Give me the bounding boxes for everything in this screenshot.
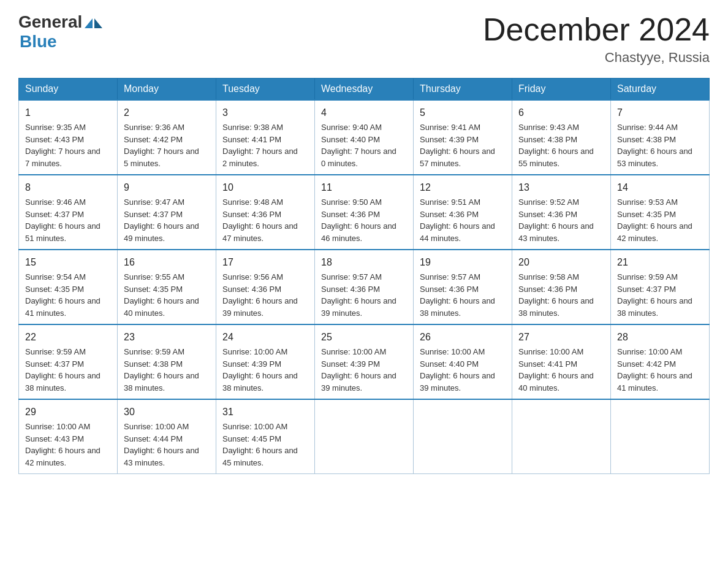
cell-week5-day1: 30 Sunrise: 10:00 AM Sunset: 4:44 PM Day… [118,399,216,474]
cell-week3-day1: 16 Sunrise: 9:55 AM Sunset: 4:35 PM Dayl… [118,250,216,324]
cell-week3-day5: 20 Sunrise: 9:58 AM Sunset: 4:36 PM Dayl… [512,250,611,324]
daylight-info: Daylight: 6 hours and49 minutes. [124,221,199,243]
day-number: 13 [518,180,604,195]
cell-week1-day1: 2 Sunrise: 9:36 AM Sunset: 4:42 PM Dayli… [118,100,216,175]
week-row-4: 22 Sunrise: 9:59 AM Sunset: 4:37 PM Dayl… [19,324,710,399]
daylight-info: Daylight: 6 hours and38 minutes. [124,371,199,393]
day-number: 31 [222,405,308,419]
cell-week3-day4: 19 Sunrise: 9:57 AM Sunset: 4:36 PM Dayl… [414,250,512,324]
sunrise-info: Sunrise: 9:46 AM [25,197,86,207]
header-monday: Monday [118,79,216,101]
daylight-info: Daylight: 6 hours and42 minutes. [25,446,100,467]
sunrise-info: Sunrise: 9:43 AM [518,123,579,132]
cell-week4-day1: 23 Sunrise: 9:59 AM Sunset: 4:38 PM Dayl… [118,324,216,399]
cell-week5-day6 [611,399,710,474]
sunset-info: Sunset: 4:40 PM [420,359,479,369]
sunrise-info: Sunrise: 9:40 AM [321,123,382,132]
sunrise-info: Sunrise: 9:41 AM [420,123,480,132]
sunrise-info: Sunrise: 9:59 AM [25,347,86,356]
day-number: 14 [617,180,703,195]
daylight-info: Daylight: 6 hours and40 minutes. [124,296,199,318]
day-number: 19 [420,255,506,270]
sunset-info: Sunset: 4:35 PM [124,285,183,294]
sunrise-info: Sunrise: 10:00 AM [25,422,90,431]
week-row-5: 29 Sunrise: 10:00 AM Sunset: 4:43 PM Day… [19,399,710,474]
sunrise-info: Sunrise: 10:00 AM [222,347,287,356]
cell-week5-day2: 31 Sunrise: 10:00 AM Sunset: 4:45 PM Day… [216,399,315,474]
daylight-info: Daylight: 6 hours and41 minutes. [25,296,100,318]
sunset-info: Sunset: 4:37 PM [25,359,84,369]
month-title: December 2024 [483,12,710,47]
daylight-info: Daylight: 6 hours and57 minutes. [420,147,495,168]
header-tuesday: Tuesday [216,79,315,101]
sunset-info: Sunset: 4:36 PM [518,285,577,294]
daylight-info: Daylight: 6 hours and38 minutes. [222,371,298,393]
sunrise-info: Sunrise: 9:59 AM [124,347,184,356]
daylight-info: Daylight: 6 hours and55 minutes. [518,147,594,168]
cell-week3-day3: 18 Sunrise: 9:57 AM Sunset: 4:36 PM Dayl… [315,250,414,324]
sunset-info: Sunset: 4:36 PM [420,210,479,219]
day-number: 8 [25,180,111,195]
sunrise-info: Sunrise: 10:00 AM [124,422,189,431]
sunrise-info: Sunrise: 9:38 AM [222,123,283,132]
sunrise-info: Sunrise: 9:35 AM [25,123,86,132]
cell-week5-day4 [414,399,512,474]
daylight-info: Daylight: 6 hours and44 minutes. [420,221,495,243]
day-number: 1 [25,105,111,120]
day-number: 29 [25,405,111,419]
daylight-info: Daylight: 7 hours and7 minutes. [25,147,100,168]
sunset-info: Sunset: 4:36 PM [518,210,577,219]
sunset-info: Sunset: 4:39 PM [321,359,380,369]
day-number: 26 [420,330,506,345]
day-number: 23 [124,330,210,345]
daylight-info: Daylight: 7 hours and0 minutes. [321,147,396,168]
sunset-info: Sunset: 4:38 PM [518,135,577,144]
week-row-2: 8 Sunrise: 9:46 AM Sunset: 4:37 PM Dayli… [19,175,710,250]
sunset-info: Sunset: 4:35 PM [617,210,676,219]
header-sunday: Sunday [19,79,118,101]
cell-week1-day0: 1 Sunrise: 9:35 AM Sunset: 4:43 PM Dayli… [19,100,118,175]
day-number: 25 [321,330,407,345]
header-wednesday: Wednesday [315,79,414,101]
cell-week2-day0: 8 Sunrise: 9:46 AM Sunset: 4:37 PM Dayli… [19,175,118,250]
daylight-info: Daylight: 6 hours and53 minutes. [617,147,692,168]
daylight-info: Daylight: 6 hours and40 minutes. [518,371,594,393]
daylight-info: Daylight: 6 hours and38 minutes. [617,296,692,318]
sunrise-info: Sunrise: 9:56 AM [222,272,283,282]
day-number: 10 [222,180,308,195]
sunset-info: Sunset: 4:36 PM [420,285,479,294]
sunrise-info: Sunrise: 9:57 AM [321,272,382,282]
cell-week2-day4: 12 Sunrise: 9:51 AM Sunset: 4:36 PM Dayl… [414,175,512,250]
day-number: 17 [222,255,308,270]
sunset-info: Sunset: 4:36 PM [321,285,380,294]
logo-general-text: General [18,12,82,32]
daylight-info: Daylight: 6 hours and38 minutes. [420,296,495,318]
sunrise-info: Sunrise: 9:36 AM [124,123,184,132]
cell-week2-day2: 10 Sunrise: 9:48 AM Sunset: 4:36 PM Dayl… [216,175,315,250]
cell-week2-day1: 9 Sunrise: 9:47 AM Sunset: 4:37 PM Dayli… [118,175,216,250]
cell-week1-day3: 4 Sunrise: 9:40 AM Sunset: 4:40 PM Dayli… [315,100,414,175]
sunset-info: Sunset: 4:39 PM [222,359,281,369]
day-number: 27 [518,330,604,345]
daylight-info: Daylight: 7 hours and5 minutes. [124,147,199,168]
day-number: 5 [420,105,506,120]
sunset-info: Sunset: 4:36 PM [321,210,380,219]
header-friday: Friday [512,79,611,101]
sunset-info: Sunset: 4:41 PM [222,135,281,144]
sunset-info: Sunset: 4:37 PM [617,285,676,294]
sunset-info: Sunset: 4:44 PM [124,434,183,443]
daylight-info: Daylight: 6 hours and38 minutes. [25,371,100,393]
sunset-info: Sunset: 4:42 PM [617,359,676,369]
sunset-info: Sunset: 4:43 PM [25,135,84,144]
cell-week4-day2: 24 Sunrise: 10:00 AM Sunset: 4:39 PM Day… [216,324,315,399]
sunset-info: Sunset: 4:36 PM [222,210,281,219]
daylight-info: Daylight: 6 hours and45 minutes. [222,446,298,467]
cell-week1-day6: 7 Sunrise: 9:44 AM Sunset: 4:38 PM Dayli… [611,100,710,175]
calendar-header-row: Sunday Monday Tuesday Wednesday Thursday… [19,79,710,101]
daylight-info: Daylight: 6 hours and43 minutes. [518,221,594,243]
day-number: 4 [321,105,407,120]
day-number: 3 [222,105,308,120]
logo: General Blue [18,12,102,52]
cell-week1-day5: 6 Sunrise: 9:43 AM Sunset: 4:38 PM Dayli… [512,100,611,175]
header-saturday: Saturday [611,79,710,101]
